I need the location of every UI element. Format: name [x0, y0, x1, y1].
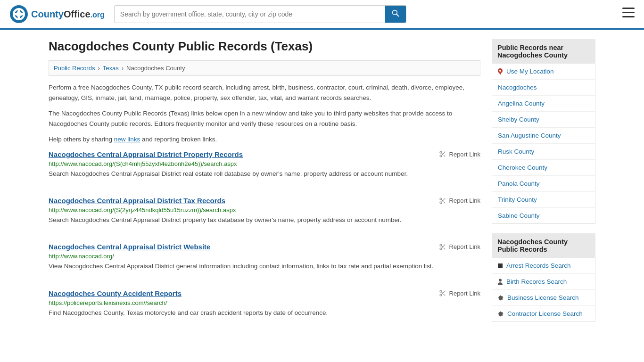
svg-point-19: [440, 248, 442, 250]
nearby-list-item: Angelina County: [492, 96, 595, 112]
svg-point-18: [440, 244, 442, 246]
report-link-icon: [439, 197, 446, 205]
nearby-list-item: Use My Location: [492, 64, 595, 80]
report-link-label: Report Link: [449, 151, 480, 158]
nearby-list-item: Panola County: [492, 176, 595, 192]
nearby-link[interactable]: San Augustine County: [492, 128, 595, 143]
records-list-item: Arrest Records Search: [492, 258, 595, 274]
records-label: Contractor License Search: [507, 310, 583, 317]
nearby-list-item: Shelby County: [492, 112, 595, 128]
svg-rect-6: [622, 12, 635, 13]
records-list-item: Birth Records Search: [492, 274, 595, 290]
report-link-button[interactable]: Report Link: [439, 243, 480, 251]
intro-text-3: Help others by sharing new links and rep…: [49, 134, 480, 145]
svg-point-31: [499, 279, 502, 281]
report-link-button[interactable]: Report Link: [439, 197, 480, 205]
record-desc: Search Nacogdoches Central Appraisal Dis…: [49, 169, 480, 179]
svg-line-16: [443, 201, 445, 203]
record-item: Nacogdoches Central Appraisal District P…: [49, 150, 480, 183]
intro-text-1: Perform a free Nacogdoches County, TX pu…: [49, 82, 480, 103]
logo-text: CountyOffice.org: [31, 9, 105, 20]
records-container: Nacogdoches Central Appraisal District P…: [49, 150, 480, 322]
records-label: Business License Search: [507, 294, 579, 301]
svg-line-4: [396, 14, 398, 16]
nearby-label: Rusk County: [498, 148, 534, 155]
records-link[interactable]: Arrest Records Search: [492, 258, 595, 273]
hamburger-menu-button[interactable]: [622, 8, 635, 21]
record-title-row: Nacogdoches Central Appraisal District W…: [49, 243, 480, 251]
record-title[interactable]: Nacogdoches Central Appraisal District P…: [49, 150, 243, 158]
svg-point-13: [440, 198, 442, 200]
svg-line-21: [443, 248, 445, 250]
search-input[interactable]: [115, 7, 385, 22]
svg-line-11: [443, 155, 445, 157]
record-title-row: Nacogdoches Central Appraisal District P…: [49, 150, 480, 158]
record-desc: View Nacogdoches Central Appraisal Distr…: [49, 262, 480, 271]
person-icon: [498, 279, 503, 285]
gear-icon: [498, 295, 504, 301]
breadcrumb-sep-1: ›: [98, 65, 99, 72]
report-link-icon: [439, 289, 446, 297]
nearby-label: San Augustine County: [498, 132, 561, 139]
report-link-label: Report Link: [449, 197, 480, 204]
svg-line-26: [443, 294, 445, 296]
new-links-link[interactable]: new links: [114, 136, 140, 143]
nearby-link[interactable]: Angelina County: [492, 96, 595, 111]
records-link[interactable]: Business License Search: [492, 290, 595, 305]
nearby-link[interactable]: Nacogdoches: [492, 80, 595, 95]
nearby-link[interactable]: Trinity County: [492, 192, 595, 207]
nearby-link[interactable]: Use My Location: [492, 64, 595, 79]
nearby-label: Angelina County: [498, 100, 545, 107]
nearby-label: Use My Location: [506, 68, 554, 75]
nearby-list-item: San Augustine County: [492, 128, 595, 144]
record-item: Nacogdoches Central Appraisal District W…: [49, 243, 480, 276]
breadcrumb-public-records[interactable]: Public Records: [54, 65, 95, 72]
record-url: http://www.nacocad.org/(S(ch4mhj55zyxfi4…: [49, 160, 480, 167]
nearby-label: Panola County: [498, 180, 540, 187]
location-icon: [498, 68, 503, 75]
record-title[interactable]: Nacogdoches Central Appraisal District W…: [49, 243, 210, 251]
logo-icon: [9, 5, 28, 24]
gear-icon: [498, 311, 504, 317]
nearby-list: Use My LocationNacogdochesAngelina Count…: [492, 64, 595, 224]
intro-text-2: The Nacogdoches County Public Records (T…: [49, 108, 480, 129]
breadcrumb-current: Nacogdoches County: [126, 65, 185, 72]
nearby-link[interactable]: Cherokee County: [492, 160, 595, 175]
records-list: Arrest Records SearchBirth Records Searc…: [492, 258, 595, 322]
nearby-label: Shelby County: [498, 116, 539, 123]
records-link[interactable]: Contractor License Search: [492, 306, 595, 321]
nearby-link[interactable]: Shelby County: [492, 112, 595, 127]
report-link-button[interactable]: Report Link: [439, 150, 480, 158]
records-label: Birth Records Search: [506, 278, 567, 285]
nearby-link[interactable]: Sabine County: [492, 208, 595, 223]
breadcrumb-texas[interactable]: Texas: [103, 65, 119, 72]
nearby-link[interactable]: Panola County: [492, 176, 595, 191]
nearby-list-item: Cherokee County: [492, 160, 595, 176]
svg-point-23: [440, 290, 442, 292]
record-title[interactable]: Nacogdoches County Accident Reports: [49, 289, 182, 297]
search-icon: [392, 9, 399, 17]
svg-point-24: [440, 294, 442, 296]
record-title[interactable]: Nacogdoches Central Appraisal District T…: [49, 197, 225, 205]
search-button[interactable]: [385, 6, 406, 23]
svg-line-12: [441, 153, 443, 155]
svg-point-8: [440, 151, 442, 153]
report-link-button[interactable]: Report Link: [439, 289, 480, 297]
nearby-link[interactable]: Rusk County: [492, 144, 595, 159]
record-url: http://www.nacocad.org/(S(2yrjz445ndkqld…: [49, 206, 480, 214]
records-link[interactable]: Birth Records Search: [492, 274, 595, 289]
breadcrumb-sep-2: ›: [122, 65, 124, 72]
svg-point-30: [499, 70, 501, 72]
breadcrumb: Public Records › Texas › Nacogdoches Cou…: [49, 60, 480, 76]
record-title-row: Nacogdoches Central Appraisal District T…: [49, 197, 480, 205]
svg-line-27: [441, 292, 443, 294]
nearby-label: Nacogdoches: [498, 84, 537, 91]
logo-link[interactable]: CountyOffice.org: [9, 5, 105, 24]
nearby-label: Sabine County: [498, 212, 540, 219]
content-area: Nacogdoches County Public Records (Texas…: [49, 39, 480, 336]
sidebar-nearby-title: Public Records near Nacogdoches County: [492, 39, 595, 64]
nearby-list-item: Nacogdoches: [492, 80, 595, 96]
nearby-label: Trinity County: [498, 196, 537, 203]
svg-rect-5: [622, 8, 635, 9]
report-link-label: Report Link: [449, 290, 480, 297]
